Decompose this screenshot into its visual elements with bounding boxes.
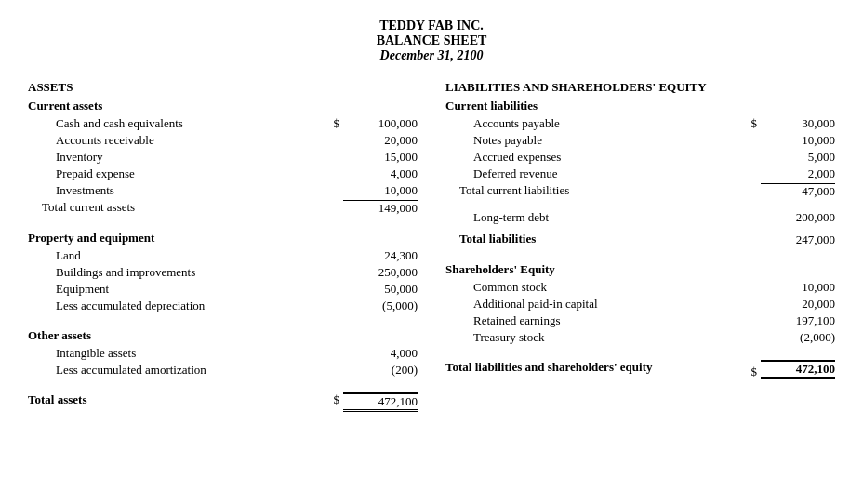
item-label: Additional paid-in capital: [473, 297, 738, 312]
total-assets-label: Total assets: [28, 392, 321, 412]
property-label: Property and equipment: [28, 231, 418, 245]
item-amount: 10,000: [761, 133, 835, 148]
liabilities-section-label: LIABILITIES AND SHAREHOLDERS' EQUITY: [445, 80, 835, 95]
item-amount: 2,000: [761, 166, 835, 181]
item-amount: 100,000: [343, 116, 418, 131]
item-label: Intangible assets: [56, 346, 321, 361]
item-label: Common stock: [473, 280, 738, 295]
equity-label: Shareholders' Equity: [445, 262, 835, 277]
list-item: Additional paid-in capital 20,000: [445, 297, 835, 312]
list-item: Deferred revenue 2,000: [445, 166, 835, 181]
page-header: TEDDY FAB INC. BALANCE SHEET December 31…: [28, 19, 835, 63]
item-amount: (2,000): [761, 330, 835, 345]
list-item: Equipment 50,000: [28, 282, 418, 297]
item-label: Retained earnings: [473, 313, 738, 328]
total-label: Total liabilities and shareholders' equi…: [445, 360, 751, 379]
list-item: Inventory 15,000: [28, 150, 418, 165]
total-amount: 247,000: [761, 232, 835, 247]
dollar-sign: $: [738, 116, 757, 131]
total-liabilities: Total liabilities 247,000: [445, 232, 835, 247]
item-amount: 30,000: [761, 116, 835, 131]
dollar-sign: [321, 183, 339, 198]
item-label: Inventory: [56, 150, 321, 165]
list-item: Accounts payable $ 30,000: [445, 116, 835, 131]
assets-section-label: ASSETS: [28, 80, 418, 95]
list-item: Treasury stock (2,000): [445, 330, 835, 345]
item-amount: 4,000: [343, 166, 418, 181]
list-item: Prepaid expense 4,000: [28, 166, 418, 181]
item-label: Prepaid expense: [56, 166, 321, 181]
item-label: Buildings and improvements: [56, 265, 321, 280]
item-amount: (5,000): [343, 298, 418, 313]
total-dollar: $: [751, 365, 758, 379]
total-assets-amount: 472,100: [343, 392, 418, 412]
total-amount: 149,000: [343, 200, 418, 216]
current-assets-label: Current assets: [28, 99, 418, 113]
list-item: Notes payable 10,000: [445, 133, 835, 148]
item-label: Notes payable: [473, 133, 738, 148]
item-label: Deferred revenue: [473, 166, 738, 181]
item-label: Less accumulated depreciation: [56, 298, 321, 313]
item-amount: 5,000: [761, 150, 835, 165]
list-item: Less accumulated depreciation (5,000): [28, 298, 418, 313]
item-label: Investments: [56, 183, 321, 198]
item-amount: 15,000: [343, 150, 418, 165]
page-wrapper: TEDDY FAB INC. BALANCE SHEET December 31…: [28, 19, 835, 412]
item-label: Cash and cash equivalents: [56, 116, 321, 131]
list-item: Cash and cash equivalents $ 100,000: [28, 116, 418, 131]
total-current-assets: Total current assets 149,000: [28, 200, 418, 216]
item-amount: 20,000: [761, 297, 835, 312]
item-label: Land: [56, 248, 321, 263]
item-label: Treasury stock: [473, 330, 738, 345]
dollar-sign: [321, 133, 339, 148]
list-item: Intangible assets 4,000: [28, 346, 418, 361]
liabilities-column: LIABILITIES AND SHAREHOLDERS' EQUITY Cur…: [436, 80, 835, 412]
total-label: Total liabilities: [459, 232, 761, 247]
sheet-title: BALANCE SHEET: [28, 33, 835, 48]
dollar-sign: [321, 150, 339, 165]
total-current-liabilities: Total current liabilities 47,000: [445, 183, 835, 199]
item-amount: 200,000: [761, 210, 835, 225]
list-item: Buildings and improvements 250,000: [28, 265, 418, 280]
item-amount: 20,000: [343, 133, 418, 148]
list-item: Accrued expenses 5,000: [445, 150, 835, 165]
item-amount: 10,000: [761, 280, 835, 295]
total-amount: 472,100: [761, 360, 835, 379]
list-item: Accounts receivable 20,000: [28, 133, 418, 148]
item-amount: 197,100: [761, 313, 835, 328]
total-label: Total current liabilities: [459, 183, 761, 199]
item-amount: 4,000: [343, 346, 418, 361]
list-item: Less accumulated amortization (200): [28, 363, 418, 378]
assets-column: ASSETS Current assets Cash and cash equi…: [28, 80, 436, 412]
item-label: Accrued expenses: [473, 150, 738, 165]
item-label: Long-term debt: [473, 210, 738, 225]
item-amount: 10,000: [343, 183, 418, 198]
item-label: Less accumulated amortization: [56, 363, 321, 378]
current-liabilities-label: Current liabilities: [445, 99, 835, 113]
total-assets-line: Total assets $ 472,100: [28, 392, 418, 412]
list-item: Investments 10,000: [28, 183, 418, 198]
list-item: Common stock 10,000: [445, 280, 835, 295]
item-amount: (200): [343, 363, 418, 378]
total-amount: 47,000: [761, 183, 835, 199]
long-term-debt: Long-term debt 200,000: [445, 210, 835, 225]
item-amount: 250,000: [343, 265, 418, 280]
list-item: Retained earnings 197,100: [445, 313, 835, 328]
item-amount: 50,000: [343, 282, 418, 297]
total-label: Total current assets: [42, 200, 343, 216]
company-name: TEDDY FAB INC.: [28, 19, 835, 33]
item-label: Accounts receivable: [56, 133, 321, 148]
dollar-sign: $: [321, 116, 339, 131]
sheet-date: December 31, 2100: [28, 48, 835, 63]
total-liabilities-equity: Total liabilities and shareholders' equi…: [445, 360, 835, 379]
item-amount: 24,300: [343, 248, 418, 263]
item-label: Accounts payable: [473, 116, 738, 131]
other-assets-label: Other assets: [28, 328, 418, 343]
item-label: Equipment: [56, 282, 321, 297]
balance-sheet-columns: ASSETS Current assets Cash and cash equi…: [28, 80, 835, 412]
list-item: Land 24,300: [28, 248, 418, 263]
dollar-sign: [321, 166, 339, 181]
total-dollar: $: [321, 392, 339, 412]
